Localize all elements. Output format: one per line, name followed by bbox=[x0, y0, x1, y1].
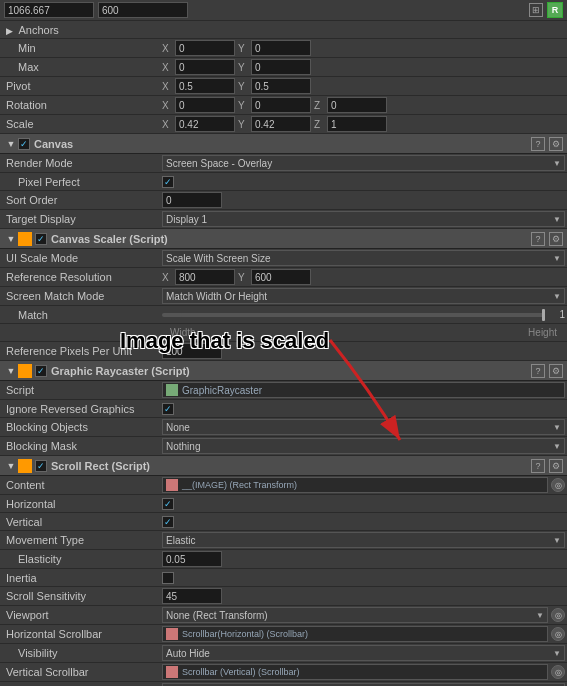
pixel-perfect-checkbox[interactable] bbox=[162, 176, 174, 188]
viewport-dropdown[interactable]: None (Rect Transform) ▼ bbox=[162, 607, 548, 623]
scroll-rect-settings-icon[interactable]: ⚙ bbox=[549, 459, 563, 473]
graphic-raycaster-enabled-checkbox[interactable] bbox=[35, 365, 47, 377]
blocking-objects-arrow: ▼ bbox=[553, 423, 561, 432]
canvas-enabled-checkbox[interactable] bbox=[18, 138, 30, 150]
gr-script-label: Script bbox=[6, 384, 34, 396]
h-visibility-dropdown[interactable]: Auto Hide ▼ bbox=[162, 645, 565, 661]
anchors-toggle[interactable]: ▶ bbox=[6, 26, 13, 36]
blocking-mask-dropdown[interactable]: Nothing ▼ bbox=[162, 438, 565, 454]
blocking-objects-dropdown[interactable]: None ▼ bbox=[162, 419, 565, 435]
anchors-section: ▶ Anchors bbox=[0, 21, 567, 39]
ignore-reversed-label: Ignore Reversed Graphics bbox=[6, 403, 134, 415]
rot-z-input[interactable] bbox=[327, 97, 387, 113]
viewport-arrow: ▼ bbox=[536, 611, 544, 620]
r-icon[interactable]: R bbox=[547, 2, 563, 18]
ignore-reversed-checkbox[interactable] bbox=[162, 403, 174, 415]
rot-z-label: Z bbox=[314, 100, 324, 111]
render-mode-value: Screen Space - Overlay bbox=[166, 158, 272, 169]
screen-match-mode-dropdown[interactable]: Match Width Or Height ▼ bbox=[162, 288, 565, 304]
pivot-x-label: X bbox=[162, 81, 172, 92]
movement-type-dropdown[interactable]: Elastic ▼ bbox=[162, 532, 565, 548]
h-scrollbar-select-btn[interactable]: ◎ bbox=[551, 627, 565, 641]
h-visibility-value: Auto Hide bbox=[166, 648, 210, 659]
scale-x-label: X bbox=[162, 119, 172, 130]
render-mode-dropdown[interactable]: Screen Space - Overlay ▼ bbox=[162, 155, 565, 171]
canvas-settings-icon[interactable]: ⚙ bbox=[549, 137, 563, 151]
canvas-scaler-toggle[interactable]: ▼ bbox=[4, 232, 18, 246]
scroll-rect-help-icon[interactable]: ? bbox=[531, 459, 545, 473]
gr-script-value: GraphicRaycaster bbox=[182, 385, 262, 396]
pivot-y-input[interactable] bbox=[251, 78, 311, 94]
res-x-input[interactable] bbox=[175, 269, 235, 285]
h-visibility-arrow: ▼ bbox=[553, 649, 561, 658]
width-height-labels-row: Width Height bbox=[0, 324, 567, 342]
max-x-input[interactable] bbox=[175, 59, 235, 75]
canvas-scaler-help-icon[interactable]: ? bbox=[531, 232, 545, 246]
v-scrollbar-field: Scrollbar (Vertical) (Scrollbar) bbox=[162, 664, 548, 680]
sort-order-input[interactable] bbox=[162, 192, 222, 208]
blocking-mask-row: Blocking Mask Nothing ▼ bbox=[0, 437, 567, 456]
elasticity-input[interactable] bbox=[162, 551, 222, 567]
canvas-scaler-section-header: ▼ Canvas Scaler (Script) ? ⚙ bbox=[0, 229, 567, 249]
min-y-input[interactable] bbox=[251, 40, 311, 56]
rot-y-input[interactable] bbox=[251, 97, 311, 113]
gr-script-icon bbox=[166, 384, 178, 396]
canvas-toggle[interactable]: ▼ bbox=[4, 137, 18, 151]
res-y-input[interactable] bbox=[251, 269, 311, 285]
ref-pixels-input[interactable] bbox=[162, 343, 222, 359]
scroll-rect-toggle[interactable]: ▼ bbox=[4, 459, 18, 473]
graphic-raycaster-section-header: ▼ Graphic Raycaster (Script) ? ⚙ bbox=[0, 361, 567, 381]
match-row: Match 1 bbox=[0, 306, 567, 324]
horizontal-row: Horizontal bbox=[0, 495, 567, 513]
max-y-label: Y bbox=[238, 62, 248, 73]
min-x-input[interactable] bbox=[175, 40, 235, 56]
inertia-checkbox[interactable] bbox=[162, 572, 174, 584]
canvas-help-icon[interactable]: ? bbox=[531, 137, 545, 151]
max-y-input[interactable] bbox=[251, 59, 311, 75]
canvas-scaler-icon bbox=[18, 232, 32, 246]
min-y-label: Y bbox=[238, 43, 248, 54]
elasticity-label: Elasticity bbox=[18, 553, 61, 565]
viewport-row: Viewport None (Rect Transform) ▼ ◎ bbox=[0, 606, 567, 625]
rot-y-label: Y bbox=[238, 100, 248, 111]
scroll-rect-enabled-checkbox[interactable] bbox=[35, 460, 47, 472]
match-value: 1 bbox=[549, 309, 565, 320]
content-icon bbox=[166, 479, 178, 491]
graphic-raycaster-toggle[interactable]: ▼ bbox=[4, 364, 18, 378]
graphic-raycaster-settings-icon[interactable]: ⚙ bbox=[549, 364, 563, 378]
elasticity-row: Elasticity bbox=[0, 550, 567, 569]
ui-scale-mode-dropdown[interactable]: Scale With Screen Size ▼ bbox=[162, 250, 565, 266]
h-scrollbar-icon bbox=[166, 628, 178, 640]
top-value-2[interactable] bbox=[98, 2, 188, 18]
graphic-raycaster-help-icon[interactable]: ? bbox=[531, 364, 545, 378]
min-x-label: X bbox=[162, 43, 172, 54]
rot-x-input[interactable] bbox=[175, 97, 235, 113]
horizontal-checkbox[interactable] bbox=[162, 498, 174, 510]
scale-x-input[interactable] bbox=[175, 116, 235, 132]
content-label: Content bbox=[6, 479, 45, 491]
v-scrollbar-value: Scrollbar (Vertical) (Scrollbar) bbox=[182, 667, 300, 677]
canvas-title: Canvas bbox=[34, 138, 73, 150]
v-scrollbar-select-btn[interactable]: ◎ bbox=[551, 665, 565, 679]
scroll-sensitivity-input[interactable] bbox=[162, 588, 222, 604]
pivot-x-input[interactable] bbox=[175, 78, 235, 94]
canvas-scaler-enabled-checkbox[interactable] bbox=[35, 233, 47, 245]
gr-script-field: GraphicRaycaster bbox=[162, 382, 565, 398]
screen-match-mode-row: Screen Match Mode Match Width Or Height … bbox=[0, 287, 567, 306]
top-value-1[interactable] bbox=[4, 2, 94, 18]
scale-z-input[interactable] bbox=[327, 116, 387, 132]
inertia-row: Inertia bbox=[0, 569, 567, 587]
pixel-perfect-row: Pixel Perfect bbox=[0, 173, 567, 191]
anchors-max-label: Max bbox=[18, 61, 39, 73]
screen-match-mode-value: Match Width Or Height bbox=[166, 291, 267, 302]
match-slider-track[interactable] bbox=[162, 313, 545, 317]
scale-y-input[interactable] bbox=[251, 116, 311, 132]
content-row: Content __(IMAGE) (Rect Transform) ◎ bbox=[0, 476, 567, 495]
vertical-checkbox[interactable] bbox=[162, 516, 174, 528]
render-mode-label: Render Mode bbox=[6, 157, 73, 169]
content-select-btn[interactable]: ◎ bbox=[551, 478, 565, 492]
canvas-scaler-settings-icon[interactable]: ⚙ bbox=[549, 232, 563, 246]
scale-y-label: Y bbox=[238, 119, 248, 130]
viewport-select-btn[interactable]: ◎ bbox=[551, 608, 565, 622]
target-display-dropdown[interactable]: Display 1 ▼ bbox=[162, 211, 565, 227]
